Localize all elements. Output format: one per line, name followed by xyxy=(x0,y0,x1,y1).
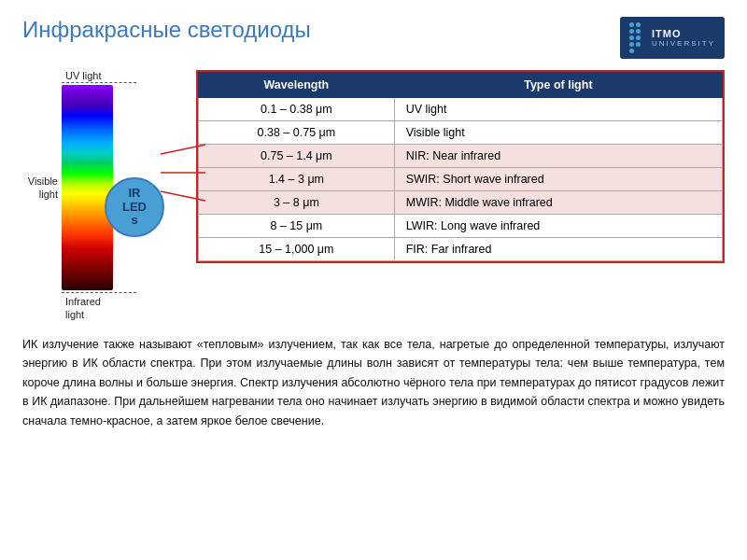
wavelength-table: Wavelength Type of light 0.1 – 0.38 μmUV… xyxy=(198,72,723,261)
spectrum-section: UV light Visiblelight Infraredlight IRLE… xyxy=(22,70,144,322)
type-cell: MWIR: Middle wave infrared xyxy=(394,191,722,215)
table-row: 0.1 – 0.38 μmUV light xyxy=(199,98,723,121)
wavelength-cell: 8 – 15 μm xyxy=(199,215,395,238)
type-cell: NIR: Near infrared xyxy=(394,145,722,168)
ir-leds-bubble: IRLEDs xyxy=(105,177,164,237)
uv-label: UV light xyxy=(65,70,102,81)
wavelength-cell: 0.75 – 1.4 μm xyxy=(199,145,395,168)
table-row: 0.75 – 1.4 μmNIR: Near infrared xyxy=(199,145,723,168)
type-cell: UV light xyxy=(394,98,722,121)
table-row: 3 – 8 μmMWIR: Middle wave infrared xyxy=(199,191,723,215)
header: Инфракрасные светодиоды ITMO UNIVERSITY xyxy=(22,17,725,59)
uv-dashed-line xyxy=(62,82,136,83)
visible-label-area: Visiblelight xyxy=(22,175,58,202)
col-header-type: Type of light xyxy=(394,73,722,98)
table-row: 8 – 15 μmLWIR: Long wave infrared xyxy=(199,215,723,238)
logo-subtext: UNIVERSITY xyxy=(652,39,715,48)
wavelength-cell: 3 – 8 μm xyxy=(199,191,395,215)
wavelength-cell: 15 – 1,000 μm xyxy=(199,238,395,261)
table-border: Wavelength Type of light 0.1 – 0.38 μmUV… xyxy=(196,70,725,263)
type-cell: SWIR: Short wave infrared xyxy=(394,168,722,191)
description-text: ИК излучение также называют «тепловым» и… xyxy=(22,335,725,431)
table-row: 15 – 1,000 μmFIR: Far infrared xyxy=(199,238,723,261)
page-title: Инфракрасные светодиоды xyxy=(22,17,311,43)
main-content: UV light Visiblelight Infraredlight IRLE… xyxy=(22,70,725,322)
wavelength-cell: 1.4 – 3 μm xyxy=(199,168,395,191)
spectrum-bar xyxy=(62,85,113,290)
type-cell: FIR: Far infrared xyxy=(394,238,722,261)
table-row: 0.38 – 0.75 μmVisible light xyxy=(199,121,723,145)
ir-dashed-line xyxy=(62,292,136,293)
itmo-logo: ITMO UNIVERSITY xyxy=(620,17,725,59)
wavelength-cell: 0.38 – 0.75 μm xyxy=(199,121,395,145)
visible-label: Visiblelight xyxy=(28,175,58,202)
logo-dots-icon xyxy=(629,22,646,53)
ir-bubble-text: IRLEDs xyxy=(122,187,147,229)
table-row: 1.4 – 3 μmSWIR: Short wave infrared xyxy=(199,168,723,191)
col-header-wavelength: Wavelength xyxy=(199,73,395,98)
logo-name: ITMO xyxy=(652,28,715,39)
table-section: Wavelength Type of light 0.1 – 0.38 μmUV… xyxy=(196,70,725,267)
table-header-row: Wavelength Type of light xyxy=(199,73,723,98)
infrared-label: Infraredlight xyxy=(65,295,101,322)
type-cell: LWIR: Long wave infrared xyxy=(394,215,722,238)
type-cell: Visible light xyxy=(394,121,722,145)
wavelength-cell: 0.1 – 0.38 μm xyxy=(199,98,395,121)
